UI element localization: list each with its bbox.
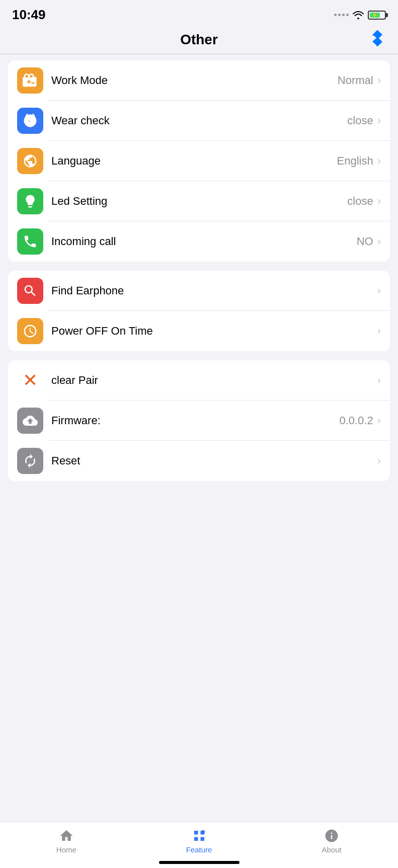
clear-pair-item[interactable]: ✕ clear Pair › xyxy=(8,360,390,401)
work-mode-label: Work Mode xyxy=(51,74,338,87)
incoming-call-chevron: › xyxy=(377,235,381,248)
wifi-icon xyxy=(353,11,364,19)
firmware-icon xyxy=(17,408,43,434)
wear-check-value: close xyxy=(347,114,373,127)
work-mode-value: Normal xyxy=(338,74,373,87)
tab-about[interactable]: About xyxy=(265,828,398,854)
incoming-call-item[interactable]: Incoming call NO › xyxy=(8,221,390,262)
firmware-chevron: › xyxy=(377,414,381,427)
reset-chevron: › xyxy=(377,454,381,467)
language-value: English xyxy=(337,154,373,168)
language-icon xyxy=(17,148,43,174)
firmware-value: 0.0.0.2 xyxy=(339,414,373,427)
about-icon xyxy=(324,828,339,843)
wear-check-chevron: › xyxy=(377,114,381,127)
tab-feature[interactable]: Feature xyxy=(133,828,266,854)
power-off-time-item[interactable]: Power OFF On Time › xyxy=(8,311,390,351)
wear-check-item[interactable]: Wear check close › xyxy=(8,101,390,141)
tab-home-label: Home xyxy=(56,845,76,854)
firmware-item[interactable]: Firmware: 0.0.0.2 › xyxy=(8,401,390,441)
reset-item[interactable]: Reset › xyxy=(8,441,390,481)
clear-pair-chevron: › xyxy=(377,374,381,387)
section-settings-3: ✕ clear Pair › Firmware: 0.0.0.2 › Rese xyxy=(8,360,390,481)
content-area: Work Mode Normal › Wear check close › xyxy=(0,60,398,550)
led-setting-item[interactable]: Led Setting close › xyxy=(8,181,390,221)
reset-icon xyxy=(17,448,43,474)
find-earphone-chevron: › xyxy=(377,284,381,297)
bluetooth-icon[interactable] xyxy=(371,30,384,50)
svg-point-2 xyxy=(201,830,205,834)
incoming-call-icon xyxy=(17,228,43,255)
battery-fill: ⚡ xyxy=(370,13,380,18)
section-settings-2: Find Earphone › Power OFF On Time › xyxy=(8,271,390,351)
language-item[interactable]: Language English › xyxy=(8,141,390,181)
led-setting-value: close xyxy=(347,195,373,208)
find-earphone-label: Find Earphone xyxy=(51,284,377,297)
page-header: Other xyxy=(0,27,398,54)
find-earphone-icon xyxy=(17,278,43,304)
home-icon xyxy=(59,828,74,843)
reset-label: Reset xyxy=(51,454,377,467)
clear-pair-label: clear Pair xyxy=(51,374,377,387)
header-divider xyxy=(0,54,398,54)
status-bar: 10:49 ⚡ xyxy=(0,0,398,27)
power-off-icon xyxy=(17,318,43,344)
power-off-label: Power OFF On Time xyxy=(51,325,377,338)
incoming-call-label: Incoming call xyxy=(51,235,357,248)
language-chevron: › xyxy=(377,154,381,168)
signal-dots-icon xyxy=(334,14,349,16)
power-off-chevron: › xyxy=(377,325,381,338)
x-symbol: ✕ xyxy=(23,371,38,389)
tab-feature-label: Feature xyxy=(186,845,212,854)
home-indicator xyxy=(159,861,240,864)
svg-point-1 xyxy=(29,118,32,121)
language-label: Language xyxy=(51,154,337,168)
tab-about-label: About xyxy=(322,845,342,854)
firmware-label: Firmware: xyxy=(51,414,339,427)
clear-pair-icon: ✕ xyxy=(17,367,43,393)
page-title: Other xyxy=(180,32,218,48)
wear-check-label: Wear check xyxy=(51,114,347,127)
tab-home[interactable]: Home xyxy=(0,828,133,854)
wear-check-icon xyxy=(17,108,43,134)
section-settings-1: Work Mode Normal › Wear check close › xyxy=(8,60,390,262)
led-setting-icon xyxy=(17,188,43,214)
work-mode-item[interactable]: Work Mode Normal › xyxy=(8,60,390,101)
battery-bolt-icon: ⚡ xyxy=(372,13,377,18)
led-setting-chevron: › xyxy=(377,195,381,208)
feature-icon xyxy=(192,828,207,843)
battery-icon: ⚡ xyxy=(368,11,386,20)
status-time: 10:49 xyxy=(12,7,46,23)
incoming-call-value: NO xyxy=(357,235,373,248)
status-icons: ⚡ xyxy=(334,11,386,20)
led-setting-label: Led Setting xyxy=(51,195,347,208)
work-mode-icon xyxy=(17,67,43,94)
work-mode-chevron: › xyxy=(377,74,381,87)
find-earphone-item[interactable]: Find Earphone › xyxy=(8,271,390,311)
